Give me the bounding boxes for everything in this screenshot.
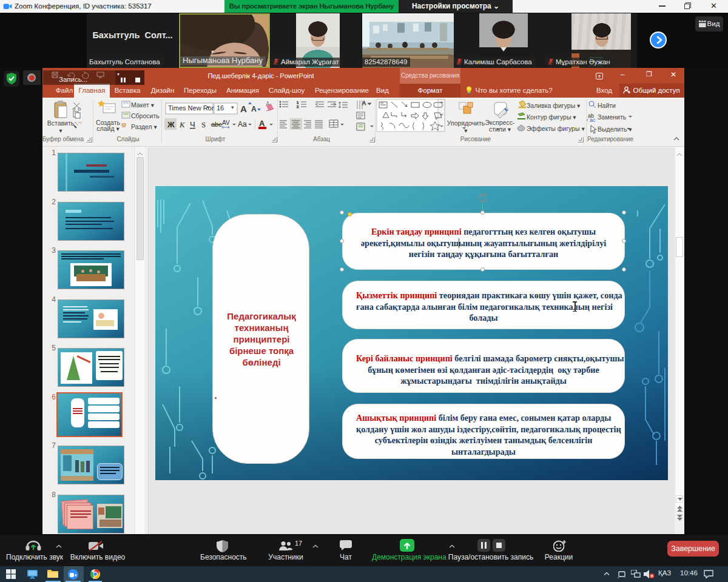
svg-text:К: К bbox=[179, 120, 186, 129]
svg-text:Ж: Ж bbox=[167, 120, 175, 129]
svg-text:1: 1 bbox=[297, 101, 299, 104]
svg-text:abc: abc bbox=[211, 121, 222, 128]
svg-text:2: 2 bbox=[297, 105, 299, 109]
svg-text:AV: AV bbox=[222, 119, 230, 126]
svg-text:А: А bbox=[259, 119, 265, 128]
svg-text:ac: ac bbox=[590, 117, 596, 123]
svg-text:S: S bbox=[201, 120, 206, 129]
svg-text:Ч: Ч bbox=[190, 120, 195, 129]
svg-text:A: A bbox=[362, 100, 366, 106]
svg-text:A: A bbox=[266, 101, 270, 107]
svg-text:Aa: Aa bbox=[238, 120, 247, 129]
svg-text:А: А bbox=[251, 105, 257, 113]
svg-text:А: А bbox=[240, 104, 247, 114]
